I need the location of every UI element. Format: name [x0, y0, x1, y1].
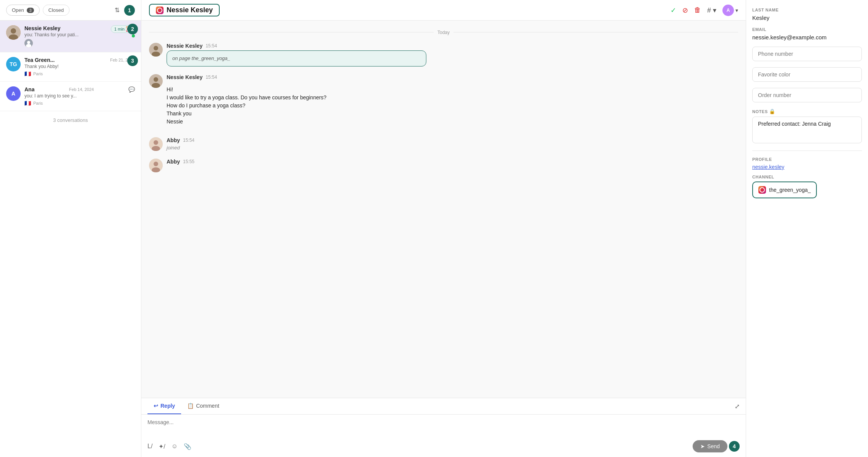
- conv-item-ana[interactable]: A Ana Feb 14, 2024 💬 you: I am trying to…: [0, 82, 141, 111]
- avatar-ana: A: [6, 86, 21, 101]
- sidebar: Open 3 Closed ⇅ 1 Nessie Kesley you: Tha: [0, 0, 141, 457]
- svg-point-16: [154, 162, 158, 166]
- msg-body-1: Nessie Kesley 15:54 on page the_green_yo…: [167, 43, 738, 66]
- tab-closed[interactable]: Closed: [43, 5, 70, 16]
- avatar-tea: TG: [6, 57, 21, 71]
- delete-button[interactable]: 🗑: [694, 6, 701, 14]
- date-divider: Today: [149, 32, 738, 35]
- step-badge-1: 1: [124, 5, 135, 16]
- channel-instagram-icon: [758, 186, 766, 194]
- conv-time-ana: Feb 14, 2024: [69, 87, 94, 92]
- divider-1: [752, 151, 862, 151]
- reply-toolbar: L/ ✦/ ☺ 📎 ➤ Send 4: [141, 437, 746, 457]
- avatar-nessie: [6, 25, 21, 40]
- expand-button[interactable]: ⤢: [735, 403, 740, 410]
- attach-button[interactable]: 📎: [184, 443, 191, 450]
- agent-dropdown[interactable]: A ▾: [722, 5, 738, 16]
- conv-name-ana: Ana: [24, 86, 34, 92]
- favorite-color-field-group: [752, 67, 862, 82]
- tab-reply[interactable]: ↩ Reply: [147, 398, 181, 414]
- favorite-color-input[interactable]: [752, 67, 862, 82]
- ban-button[interactable]: ⊘: [682, 6, 688, 15]
- channel-field-group: CHANNEL the_green_yoga_: [752, 175, 862, 198]
- phone-input[interactable]: [752, 47, 862, 61]
- send-button-wrap: ➤ Send 4: [693, 440, 740, 452]
- conv-count: 3 conversations: [0, 111, 141, 129]
- svg-point-1: [11, 28, 16, 34]
- check-button[interactable]: ✓: [670, 6, 676, 15]
- last-name-label: LAST NAME: [752, 8, 862, 12]
- email-value: nessie.kesley@example.com: [752, 34, 862, 41]
- msg-row-3: Abby 15:54 joined: [149, 137, 738, 151]
- chat-title: Nessie Kesley: [167, 6, 213, 14]
- message-input[interactable]: [147, 419, 740, 433]
- email-label: EMAIL: [752, 27, 862, 32]
- reply-input-area: [141, 415, 746, 437]
- flag-ana: 🇫🇷: [24, 100, 31, 106]
- profile-link[interactable]: nessie.kesley: [752, 164, 784, 170]
- msg-time-2: 15:54: [206, 75, 217, 80]
- conv-name-nessie: Nessie Kesley: [24, 25, 60, 31]
- notes-field-group: NOTES 🔒 Preferred contact: Jenna Craig: [752, 109, 862, 144]
- email-field: EMAIL nessie.kesley@example.com: [752, 27, 862, 41]
- order-number-field-group: [752, 88, 862, 102]
- chat-area: Nessie Kesley ✓ ⊘ 🗑 # ▾ A ▾ Today: [141, 0, 746, 457]
- msg-body-4: Abby 15:55: [167, 159, 738, 166]
- conv-content-tea: Tea Green... Feb 21, 2024 Thank you Abby…: [24, 57, 135, 77]
- reply-tabs: ↩ Reply 📋 Comment ⤢: [141, 398, 746, 415]
- svg-point-7: [154, 46, 158, 50]
- tab-comment[interactable]: 📋 Comment: [181, 398, 225, 414]
- sidebar-header: Open 3 Closed ⇅ 1: [0, 0, 141, 21]
- comment-icon-ana: 💬: [128, 86, 135, 92]
- msg-time-1: 15:54: [206, 43, 217, 49]
- city-tea: Paris: [33, 71, 43, 76]
- last-name-field: LAST NAME Kesley: [752, 8, 862, 21]
- magic-button[interactable]: ✦/: [159, 443, 165, 450]
- msg-bubble-2: Hi!I would like to try a yoga class. Do …: [167, 82, 426, 130]
- agent-avatar-nessie: [24, 39, 33, 47]
- lock-icon: 🔒: [769, 109, 776, 114]
- msg-sender-1: Nessie Kesley: [167, 43, 202, 49]
- tab-open[interactable]: Open 3: [6, 5, 40, 16]
- msg-bubble-1: on page the_green_yoga_: [167, 50, 426, 66]
- svg-point-10: [154, 77, 158, 82]
- instagram-header-icon: [156, 6, 164, 14]
- msg-row-1: Nessie Kesley 15:54 on page the_green_yo…: [149, 43, 738, 66]
- msg-time-3: 15:54: [183, 138, 194, 143]
- reply-icon: ↩: [154, 403, 158, 409]
- conv-content-ana: Ana Feb 14, 2024 💬 you: I am trying to s…: [24, 86, 135, 106]
- svg-point-13: [154, 140, 158, 145]
- msg-avatar-nessie-1: [149, 43, 163, 57]
- msg-sender-3: Abby: [167, 137, 180, 143]
- conv-item-nessie[interactable]: Nessie Kesley you: Thanks for your pati.…: [0, 21, 141, 52]
- conv-preview-nessie: you: Thanks for your pati...: [24, 32, 107, 37]
- msg-row-4: Abby 15:55: [149, 159, 738, 172]
- online-indicator: [132, 34, 135, 37]
- step-badge-4: 4: [729, 441, 740, 452]
- msg-sender-4: Abby: [167, 159, 180, 165]
- conv-content-nessie: Nessie Kesley you: Thanks for your pati.…: [24, 25, 107, 47]
- notes-label: NOTES 🔒: [752, 109, 862, 114]
- channel-box: the_green_yoga_: [752, 182, 817, 198]
- sort-button[interactable]: ⇅: [115, 6, 120, 14]
- comment-icon: 📋: [187, 403, 194, 409]
- city-ana: Paris: [33, 101, 43, 105]
- header-actions: ✓ ⊘ 🗑 # ▾ A ▾: [670, 5, 738, 16]
- format-button[interactable]: L/: [147, 443, 152, 450]
- step-badge-2: 2: [127, 24, 138, 34]
- send-button[interactable]: ➤ Send: [693, 440, 727, 452]
- conv-item-tea[interactable]: TG Tea Green... Feb 21, 2024 Thank you A…: [0, 52, 141, 82]
- msg-group-4: Abby 15:55: [149, 159, 738, 172]
- phone-field-group: [752, 47, 862, 61]
- msg-row-2: Nessie Kesley 15:54 Hi!I would like to t…: [149, 74, 738, 130]
- emoji-button[interactable]: ☺: [172, 443, 178, 450]
- notes-textarea[interactable]: Preferred contact: Jenna Craig: [752, 117, 862, 143]
- right-panel: LAST NAME Kesley EMAIL nessie.kesley@exa…: [746, 0, 868, 457]
- svg-point-4: [27, 41, 30, 44]
- profile-section: PROFILE nessie.kesley: [752, 157, 862, 170]
- profile-label: PROFILE: [752, 157, 862, 162]
- step-badge-3: 3: [127, 55, 138, 66]
- hashtag-dropdown-button[interactable]: # ▾: [707, 6, 716, 15]
- channel-label: CHANNEL: [752, 175, 862, 179]
- order-number-input[interactable]: [752, 88, 862, 102]
